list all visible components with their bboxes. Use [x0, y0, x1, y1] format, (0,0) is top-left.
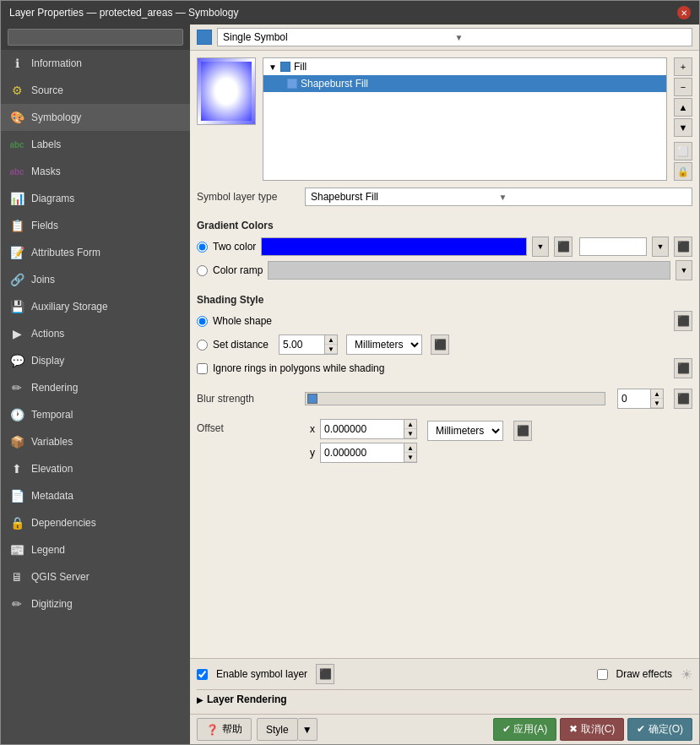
set-distance-radio[interactable]	[197, 340, 208, 351]
ignore-rings-checkbox[interactable]	[197, 363, 208, 374]
sidebar-item-symbology[interactable]: 🎨 Symbology	[1, 104, 190, 131]
sidebar-item-elevation[interactable]: ⬆ Elevation	[1, 455, 190, 482]
masks-icon: abc	[9, 164, 24, 179]
offset-x-down[interactable]: ▼	[404, 429, 416, 438]
cancel-label: ✖ 取消(C)	[569, 722, 615, 737]
joins-icon: 🔗	[9, 272, 24, 287]
color-bar-blue[interactable]	[261, 237, 527, 256]
ignore-rings-copy[interactable]: ⬛	[674, 358, 692, 378]
blur-row: Blur strength ▲ ▼ ⬛	[197, 389, 692, 409]
sidebar-item-attributes-form[interactable]: 📝 Attributes Form	[1, 239, 190, 266]
style-button[interactable]: Style	[257, 718, 298, 741]
move-down-button[interactable]: ▼	[674, 118, 692, 137]
blur-copy[interactable]: ⬛	[674, 389, 692, 409]
color-bar-white[interactable]	[579, 237, 647, 256]
sidebar-item-digitizing[interactable]: ✏ Digitizing	[1, 590, 190, 617]
shapeburst-tree-item[interactable]: Shapeburst Fill	[263, 75, 666, 92]
gradient-colors-title: Gradient Colors	[197, 220, 692, 231]
help-button[interactable]: ❓ 帮助	[197, 718, 252, 741]
color-btn-white-arrow[interactable]: ▼	[652, 237, 669, 257]
offset-x-input[interactable]	[320, 419, 404, 439]
color-ramp-radio[interactable]	[197, 265, 208, 276]
style-dropdown-arrow[interactable]: ▼	[298, 718, 317, 741]
remove-symbol-button[interactable]: −	[674, 78, 692, 96]
offset-copy[interactable]: ⬛	[513, 421, 532, 441]
sidebar-label-rendering: Rendering	[31, 382, 78, 394]
add-symbol-button[interactable]: +	[674, 57, 692, 76]
sidebar-item-legend[interactable]: 📰 Legend	[1, 536, 190, 563]
layer-rendering-row[interactable]: ▶ Layer Rendering	[197, 689, 692, 709]
sidebar-item-display[interactable]: 💬 Display	[1, 347, 190, 374]
offset-unit-dropdown[interactable]: Millimeters	[427, 421, 503, 441]
offset-y-row: y ▲ ▼	[305, 443, 417, 463]
top-bar: Single Symbol ▼	[190, 24, 699, 51]
blur-label: Blur strength	[197, 393, 298, 405]
draw-effects-icon: ☀	[681, 666, 692, 682]
lock2-button[interactable]: 🔒	[674, 162, 692, 181]
two-color-radio[interactable]	[197, 242, 208, 253]
layer-rendering-triangle: ▶	[197, 695, 203, 704]
move-up-button[interactable]: ▲	[674, 98, 692, 117]
sidebar-item-qgis-server[interactable]: 🖥 QGIS Server	[1, 563, 190, 590]
sidebar-item-joins[interactable]: 🔗 Joins	[1, 266, 190, 293]
sidebar-item-rendering[interactable]: ✏ Rendering	[1, 374, 190, 401]
offset-y-up[interactable]: ▲	[404, 443, 416, 453]
sidebar-item-labels[interactable]: abc Labels	[1, 131, 190, 158]
whole-shape-radio[interactable]	[197, 316, 208, 327]
copy-btn-white[interactable]: ⬛	[674, 237, 692, 257]
draw-effects-checkbox[interactable]	[597, 669, 608, 680]
sidebar-item-diagrams[interactable]: 📊 Diagrams	[1, 185, 190, 212]
fill-tree-item[interactable]: ▼ Fill	[263, 58, 666, 75]
distance-spin-down[interactable]: ▼	[325, 345, 337, 354]
sidebar-item-information[interactable]: ℹ Information	[1, 50, 190, 77]
sidebar-item-temporal[interactable]: 🕐 Temporal	[1, 401, 190, 428]
symbol-type-dropdown[interactable]: Single Symbol ▼	[217, 28, 692, 46]
sidebar-item-auxiliary-storage[interactable]: 💾 Auxiliary Storage	[1, 293, 190, 320]
set-distance-input[interactable]	[279, 334, 325, 355]
search-input[interactable]	[8, 29, 183, 46]
distance-unit-dropdown[interactable]: Millimeters	[346, 334, 422, 355]
sidebar-item-masks[interactable]: abc Masks	[1, 158, 190, 185]
sidebar-label-fields: Fields	[31, 220, 58, 231]
offset-y-down[interactable]: ▼	[404, 453, 416, 462]
ignore-rings-row: Ignore rings in polygons while shading ⬛	[197, 358, 692, 378]
sidebar-item-actions[interactable]: ▶ Actions	[1, 320, 190, 347]
sidebar-item-source[interactable]: ⚙ Source	[1, 77, 190, 104]
offset-y-input[interactable]	[320, 443, 404, 463]
copy-btn-blue[interactable]: ⬛	[554, 237, 572, 257]
symbol-type-label: Single Symbol	[223, 31, 455, 43]
cancel-button[interactable]: ✖ 取消(C)	[560, 718, 624, 741]
y-label: y	[305, 447, 315, 459]
x-label: x	[305, 423, 315, 435]
color-ramp-arrow[interactable]: ▼	[676, 260, 692, 280]
offset-x-up[interactable]: ▲	[404, 420, 416, 429]
set-distance-spinner: ▲ ▼	[279, 334, 338, 355]
symbol-layer-type-dropdown[interactable]: Shapeburst Fill ▼	[305, 188, 692, 206]
sidebar-label-variables: Variables	[31, 436, 73, 448]
sidebar-item-fields[interactable]: 📋 Fields	[1, 212, 190, 239]
sidebar-label-symbology: Symbology	[31, 111, 81, 123]
ok-button[interactable]: ✔ 确定(O)	[627, 718, 692, 741]
symbol-layer-type-row: Symbol layer type Shapeburst Fill ▼	[197, 188, 692, 206]
sidebar-label-actions: Actions	[31, 328, 64, 340]
close-button[interactable]: ✕	[677, 6, 691, 19]
color-ramp-row: Color ramp ▼	[197, 260, 692, 280]
sidebar-item-variables[interactable]: 📦 Variables	[1, 428, 190, 455]
sidebar-item-metadata[interactable]: 📄 Metadata	[1, 482, 190, 509]
enable-layer-copy[interactable]: ⬛	[316, 664, 334, 684]
blur-slider-track[interactable]	[305, 392, 605, 405]
whole-shape-copy[interactable]: ⬛	[674, 311, 692, 331]
search-box	[1, 24, 190, 50]
blur-spin-up[interactable]: ▲	[651, 389, 663, 399]
color-ramp-bar[interactable]	[268, 261, 670, 280]
enable-symbol-layer-checkbox[interactable]	[197, 669, 208, 680]
apply-button[interactable]: ✔ 应用(A)	[493, 718, 556, 741]
distance-spin-up[interactable]: ▲	[325, 335, 337, 345]
color-btn-blue-arrow[interactable]: ▼	[532, 237, 549, 257]
blur-spin-down[interactable]: ▼	[651, 399, 663, 408]
set-distance-copy[interactable]: ⬛	[431, 334, 449, 355]
blur-value-input[interactable]	[617, 389, 651, 409]
lock1-button[interactable]: ⬜	[674, 142, 692, 160]
symbol-preview-inner	[201, 62, 252, 121]
sidebar-item-dependencies[interactable]: 🔒 Dependencies	[1, 509, 190, 536]
